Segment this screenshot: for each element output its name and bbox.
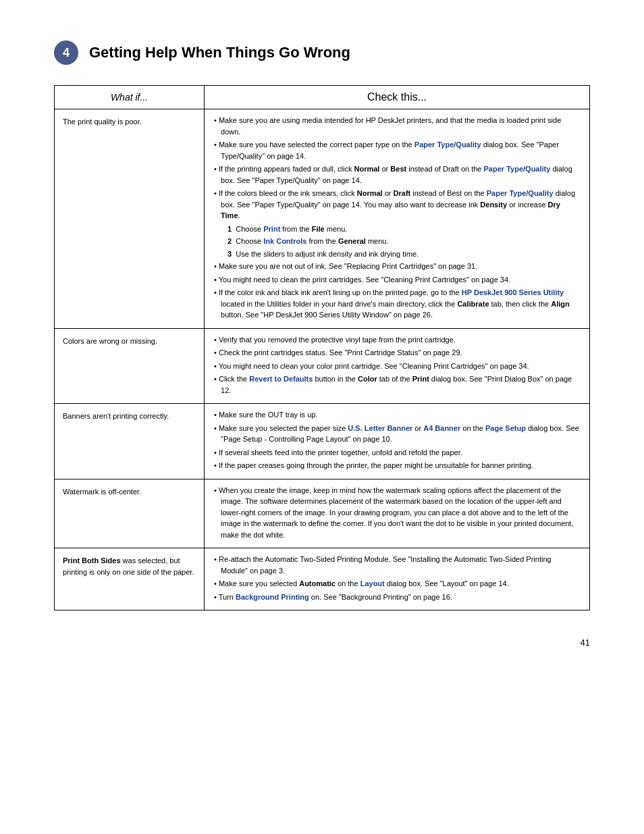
row-right: Make sure you are using media intended f… bbox=[205, 109, 590, 329]
header-check: Check this... bbox=[205, 86, 590, 109]
table-row: Colors are wrong or missing. Verify that… bbox=[55, 328, 590, 404]
row-right: Make sure the OUT tray is up. Make sure … bbox=[205, 404, 590, 479]
row-left: Banners aren't printing correctly. bbox=[55, 404, 205, 479]
chapter-header: 4 Getting Help When Things Go Wrong bbox=[54, 41, 590, 65]
table-row: Watermark is off-center. • When you crea… bbox=[55, 479, 590, 548]
chapter-number: 4 bbox=[54, 41, 78, 65]
row-left: Watermark is off-center. bbox=[55, 479, 205, 548]
row-left: Print Both Sides was selected, but print… bbox=[55, 548, 205, 610]
header-what: What if... bbox=[55, 86, 205, 109]
row-left: The print quality is poor. bbox=[55, 109, 205, 329]
help-table: What if... Check this... The print quali… bbox=[54, 85, 590, 610]
table-row: Print Both Sides was selected, but print… bbox=[55, 548, 590, 610]
row-right: Re-attach the Automatic Two-Sided Printi… bbox=[205, 548, 590, 610]
row-left: Colors are wrong or missing. bbox=[55, 328, 205, 404]
table-row: The print quality is poor. Make sure you… bbox=[55, 109, 590, 329]
chapter-title: Getting Help When Things Go Wrong bbox=[89, 44, 350, 61]
row-right: Verify that you removed the protective v… bbox=[205, 328, 590, 404]
table-row: Banners aren't printing correctly. Make … bbox=[55, 404, 590, 479]
page-number: 41 bbox=[54, 637, 590, 648]
row-right: • When you create the image, keep in min… bbox=[205, 479, 590, 548]
